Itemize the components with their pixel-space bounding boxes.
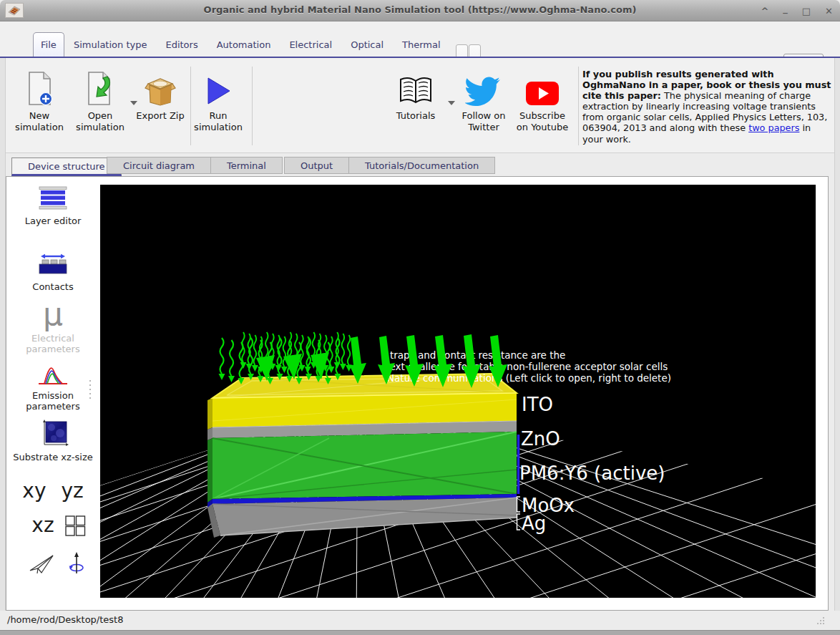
- label-active[interactable]: PM6:Y6 (active): [519, 462, 665, 484]
- book-icon: [385, 68, 446, 107]
- close-button[interactable]: ✕: [825, 6, 833, 16]
- menu-tab-simulation-type[interactable]: Simulation type: [64, 39, 156, 50]
- tab-circuit-diagram[interactable]: Circuit diagram: [107, 157, 211, 174]
- electrical-parameters-label: Electrical parameters: [26, 333, 79, 354]
- tab-output[interactable]: Output: [284, 157, 349, 174]
- active-left-face: [207, 438, 213, 503]
- package-box-icon: [134, 68, 187, 107]
- layers-icon: [6, 185, 99, 213]
- play-icon: [187, 68, 249, 107]
- fly-through-button[interactable]: [28, 551, 55, 576]
- open-document-icon: [70, 68, 130, 107]
- window-right-edge: [834, 58, 840, 630]
- contacts-label: Contacts: [32, 281, 73, 292]
- label-ito[interactable]: ITO: [522, 394, 553, 415]
- open-simulation-button[interactable]: Open simulation: [70, 68, 130, 134]
- substrate-xz-size-button[interactable]: Substrate xz-size: [6, 419, 99, 462]
- run-simulation-button[interactable]: Run simulation: [187, 68, 249, 134]
- camera-view-row: xy yz: [6, 479, 99, 503]
- view-xz-button[interactable]: xz: [31, 513, 54, 537]
- scene-tools-row: [14, 551, 99, 576]
- emission-spectrum-icon: [6, 360, 99, 387]
- emission-parameters-button[interactable]: Emission parameters: [6, 360, 99, 412]
- twitter-bird-icon: [454, 68, 514, 107]
- window-bottom-edge: [0, 630, 840, 635]
- twitter-button[interactable]: Follow on Twitter: [454, 68, 514, 134]
- window-controls: ^ _ □ ✕: [761, 0, 833, 21]
- scene-tooltip: traps and contact resistance are the nex…: [384, 349, 671, 384]
- view-tab-bar: Device structure Circuit diagram Termina…: [0, 153, 840, 176]
- ito-left-face: [207, 398, 213, 430]
- device-3d-scene: ITO ZnO PM6:Y6 (active) MoOx Ag traps an…: [100, 185, 816, 598]
- youtube-icon: [512, 68, 572, 107]
- mu-icon: μ: [43, 299, 63, 330]
- electrical-parameters-button: μ Electrical parameters: [6, 299, 99, 355]
- minimize-button[interactable]: _: [783, 4, 788, 13]
- contacts-icon: [6, 251, 99, 278]
- toolbar-separator: [252, 67, 253, 145]
- ribbon-toolbar: New simulation Open simulation: [0, 58, 840, 153]
- ag-bracket: [517, 514, 521, 530]
- tooltip-line-3: Nature communications (Left click to ope…: [387, 372, 671, 384]
- grid-icon: [64, 514, 86, 537]
- run-simulation-label: Run simulation: [194, 110, 243, 132]
- layer-editor-label: Layer editor: [25, 215, 82, 226]
- layer-labels: ITO ZnO PM6:Y6 (active) MoOx Ag: [517, 394, 665, 534]
- new-simulation-button[interactable]: New simulation: [9, 68, 70, 134]
- menubar: File Simulation type Editors Automation …: [0, 21, 840, 57]
- maximize-button[interactable]: □: [802, 6, 811, 16]
- export-zip-label: Export Zip: [136, 110, 184, 121]
- label-zno[interactable]: ZnO: [521, 428, 560, 450]
- tutorials-label: Tutorials: [396, 110, 436, 121]
- device-stack[interactable]: [207, 374, 519, 538]
- label-ag[interactable]: Ag: [522, 513, 546, 534]
- rotate-view-button[interactable]: [68, 551, 85, 576]
- menu-tab-optical[interactable]: Optical: [341, 39, 393, 50]
- tutorials-button[interactable]: Tutorials: [385, 68, 446, 122]
- zno-left-face: [207, 427, 213, 440]
- menu-tab-file[interactable]: File: [33, 32, 64, 57]
- layer-editor-button[interactable]: Layer editor: [6, 185, 99, 226]
- open-simulation-label: Open simulation: [76, 110, 124, 132]
- export-zip-button[interactable]: Export Zip: [134, 68, 187, 122]
- two-papers-link[interactable]: two papers: [748, 122, 799, 133]
- tab-device-structure[interactable]: Device structure: [11, 157, 122, 176]
- view-yz-button[interactable]: yz: [61, 479, 83, 503]
- app-window: Organic and hybrid Material Nano Simulat…: [0, 0, 840, 635]
- statusbar: /home/rod/Desktop/test8: [0, 611, 840, 630]
- menu-tab-automation[interactable]: Automation: [207, 39, 280, 50]
- paper-plane-icon: [28, 551, 55, 576]
- new-simulation-label: New simulation: [15, 110, 64, 132]
- menu-tab-thermal[interactable]: Thermal: [393, 39, 450, 50]
- new-document-icon: [9, 68, 70, 107]
- tab-terminal[interactable]: Terminal: [210, 157, 283, 174]
- 3d-viewport[interactable]: ITO ZnO PM6:Y6 (active) MoOx Ag traps an…: [100, 185, 816, 598]
- tab-tutorials-documentation[interactable]: Tutorials/Documentation: [348, 157, 495, 174]
- window-left-edge: [0, 58, 6, 630]
- device-structure-panel: Layer editor Contacts μ Electrical param…: [6, 176, 829, 611]
- emission-parameters-label: Emission parameters: [26, 390, 79, 412]
- window-title: Organic and hybrid Material Nano Simulat…: [0, 4, 840, 15]
- grid-toggle-button[interactable]: [64, 514, 86, 537]
- sidebar-drag-handle[interactable]: [89, 380, 91, 399]
- shade-button[interactable]: ^: [761, 6, 768, 16]
- menu-tab-editors[interactable]: Editors: [156, 39, 207, 50]
- resize-grip-icon[interactable]: [817, 617, 826, 626]
- toolbar-separator: [578, 67, 579, 145]
- twitter-label: Follow on Twitter: [461, 110, 505, 132]
- contacts-button[interactable]: Contacts: [6, 251, 99, 292]
- current-path: /home/rod/Desktop/test8: [7, 614, 124, 625]
- menu-tab-electrical[interactable]: Electrical: [280, 39, 341, 50]
- titlebar: Organic and hybrid Material Nano Simulat…: [0, 0, 840, 21]
- tooltip-line-2: next challenge for stable non-fullerene …: [384, 361, 668, 372]
- citation-text: If you publish results generated with Og…: [582, 69, 831, 145]
- menu-tabs: Simulation type Editors Automation Elect…: [64, 32, 456, 57]
- view-xy-button[interactable]: xy: [22, 479, 46, 503]
- camera-view-row-2: xz: [18, 513, 99, 537]
- youtube-label: Subscribe on Youtube: [517, 110, 568, 132]
- substrate-icon: [6, 419, 99, 449]
- rotate-icon: [68, 551, 85, 576]
- substrate-xz-size-label: Substrate xz-size: [13, 452, 93, 462]
- youtube-button[interactable]: Subscribe on Youtube: [512, 68, 572, 134]
